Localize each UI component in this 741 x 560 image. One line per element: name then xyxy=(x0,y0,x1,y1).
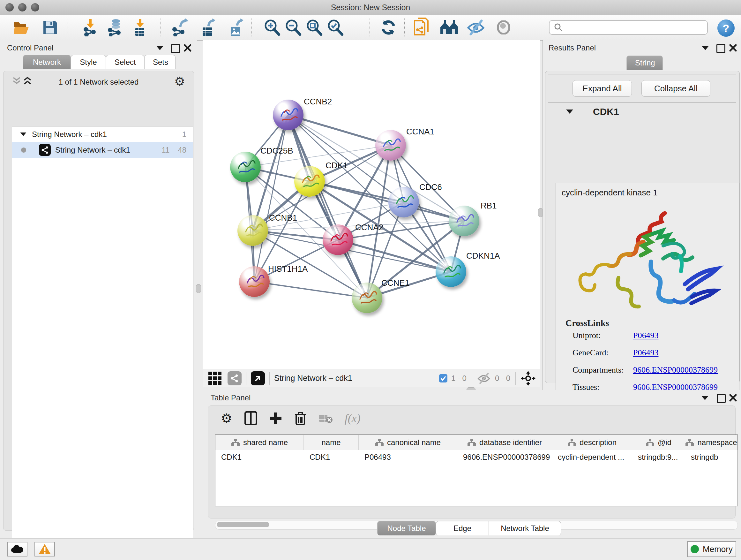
panel-float-icon[interactable] xyxy=(171,44,180,53)
string-home-icon[interactable] xyxy=(440,18,459,37)
search-input[interactable] xyxy=(549,20,708,35)
collection-expand-icon[interactable] xyxy=(20,132,26,136)
node-CCNE1[interactable] xyxy=(352,283,382,313)
node-HIST1H1A[interactable] xyxy=(239,266,270,297)
zoom-in-icon[interactable] xyxy=(262,18,281,37)
table-cell[interactable]: stringdb:9... xyxy=(632,450,685,464)
collection-count: 1 xyxy=(182,130,186,139)
panel-float-icon[interactable] xyxy=(717,44,725,53)
help-icon[interactable]: ? xyxy=(718,19,735,37)
tab-sets[interactable]: Sets xyxy=(144,55,176,69)
node-CCNB1[interactable] xyxy=(238,215,268,246)
import-network-file-icon[interactable] xyxy=(81,18,100,37)
save-session-icon[interactable] xyxy=(41,18,60,37)
column-header-namespace[interactable]: namespace xyxy=(685,435,738,450)
panel-close-icon[interactable] xyxy=(729,394,737,402)
column-header-name[interactable]: name xyxy=(304,435,359,450)
panel-menu-icon[interactable] xyxy=(702,46,709,50)
cloud-button[interactable] xyxy=(7,542,27,557)
node-CCNA2[interactable] xyxy=(323,225,353,255)
network-row[interactable]: String Network – cdk1 11 48 xyxy=(12,142,193,158)
import-table-icon[interactable] xyxy=(130,18,149,37)
tab-network-table[interactable]: Network Table xyxy=(489,521,561,536)
detach-view-icon[interactable] xyxy=(251,371,265,385)
export-network-icon[interactable] xyxy=(170,18,189,37)
panel-menu-icon[interactable] xyxy=(156,46,163,50)
panel-close-icon[interactable] xyxy=(184,44,192,52)
node-label-CCNB1: CCNB1 xyxy=(269,213,297,223)
node-CCNB2[interactable] xyxy=(273,100,304,130)
table-cell[interactable]: P06493 xyxy=(359,450,457,464)
table-cell[interactable]: CDK1 xyxy=(304,450,359,464)
string-protein-query-icon[interactable] xyxy=(413,18,432,37)
node-table: shared namenamecanonical namedatabase id… xyxy=(215,435,738,506)
column-header-description[interactable]: description xyxy=(552,435,632,450)
network-view-toolbar: String Network – cdk1 1 - 0 0 - 0 xyxy=(203,369,540,387)
panel-menu-icon[interactable] xyxy=(701,396,709,400)
crosslink-link[interactable]: P06493 xyxy=(633,331,658,340)
add-column-icon[interactable] xyxy=(269,412,282,425)
refresh-icon[interactable] xyxy=(379,18,398,37)
node-RB1[interactable] xyxy=(449,206,479,236)
zoom-selected-icon[interactable] xyxy=(326,18,345,37)
gene-symbol: CDK1 xyxy=(593,106,619,117)
zoom-out-icon[interactable] xyxy=(283,18,302,37)
birdseye-navigator-icon[interactable] xyxy=(521,371,536,386)
tab-select[interactable]: Select xyxy=(106,55,144,69)
network-share-view-icon[interactable] xyxy=(227,371,242,385)
hidden-nodes-edges-count: 0 - 0 xyxy=(495,374,510,383)
selected-checkbox-icon[interactable] xyxy=(439,374,448,382)
scrollbar-thumb[interactable] xyxy=(217,522,269,527)
warnings-button[interactable] xyxy=(35,542,55,557)
column-header--id[interactable]: @id xyxy=(632,435,685,450)
table-row[interactable]: CDK1CDK1P064939606.ENSP00000378699cyclin… xyxy=(215,450,738,464)
export-table-icon[interactable] xyxy=(198,18,217,37)
hide-selected-eye-slash-icon[interactable] xyxy=(467,18,486,37)
table-cell[interactable]: stringdb xyxy=(685,450,738,464)
tab-edge-table[interactable]: Edge Table xyxy=(436,521,489,536)
table-panel: Table Panel ⚙ f(x) shared namenamecanoni… xyxy=(203,390,741,538)
network-canvas[interactable]: CCNB2CCNA1CDC25BCDK1CDC6RB1CCNB1CCNA2CDK… xyxy=(203,40,540,369)
tab-network[interactable]: Network xyxy=(23,55,71,69)
node-CCNA1[interactable] xyxy=(375,130,406,161)
memory-button[interactable]: Memory xyxy=(687,541,736,557)
function-builder-icon[interactable]: f(x) xyxy=(345,412,360,425)
panel-float-icon[interactable] xyxy=(717,394,726,403)
left-splitter-handle[interactable] xyxy=(196,284,201,293)
show-columns-icon[interactable] xyxy=(245,411,257,425)
window-titlebar: Session: New Session xyxy=(0,0,741,15)
crosslink-link[interactable]: P06493 xyxy=(633,348,658,358)
grid-view-icon[interactable] xyxy=(208,371,222,386)
table-cell[interactable]: cyclin-dependent ... xyxy=(552,450,632,464)
protein-thumbnail-icon xyxy=(388,187,419,217)
node-CDC6[interactable] xyxy=(388,187,419,217)
export-image-icon[interactable] xyxy=(226,18,246,37)
tab-style[interactable]: Style xyxy=(71,55,106,69)
column-header-database-identifier[interactable]: database identifier xyxy=(457,435,552,450)
delete-table-icon[interactable] xyxy=(319,413,333,424)
column-header-canonical-name[interactable]: canonical name xyxy=(359,435,457,450)
crosslink-link[interactable]: 9606.ENSP00000378699 xyxy=(633,365,718,375)
expand-all-button[interactable]: Expand All xyxy=(572,80,632,97)
table-settings-gear-icon[interactable]: ⚙ xyxy=(221,411,232,426)
table-tabs: Node Table Edge Table Network Table xyxy=(377,521,561,536)
panel-close-icon[interactable] xyxy=(729,44,737,52)
node-CDC25B[interactable] xyxy=(230,152,261,182)
zoom-fit-icon[interactable] xyxy=(305,18,324,37)
open-session-icon[interactable] xyxy=(12,18,31,37)
table-cell[interactable]: 9606.ENSP00000378699 xyxy=(457,450,552,464)
column-header-shared-name[interactable]: shared name xyxy=(215,435,304,450)
collapse-all-button[interactable]: Collapse All xyxy=(642,80,711,97)
tab-node-table[interactable]: Node Table xyxy=(377,521,436,536)
gear-icon[interactable]: ⚙ xyxy=(174,74,185,88)
gene-collapse-icon[interactable] xyxy=(566,110,573,114)
delete-column-trash-icon[interactable] xyxy=(294,411,307,425)
show-all-eye-icon[interactable] xyxy=(494,18,513,37)
node-CDKN1A[interactable] xyxy=(435,256,466,287)
table-cell[interactable]: CDK1 xyxy=(215,450,304,464)
import-network-database-icon[interactable] xyxy=(106,18,125,37)
network-collection-row[interactable]: String Network – cdk1 1 xyxy=(12,126,193,142)
node-CDK1[interactable] xyxy=(294,166,325,197)
search-input-field[interactable] xyxy=(563,23,701,32)
tab-string[interactable]: String xyxy=(626,56,663,70)
